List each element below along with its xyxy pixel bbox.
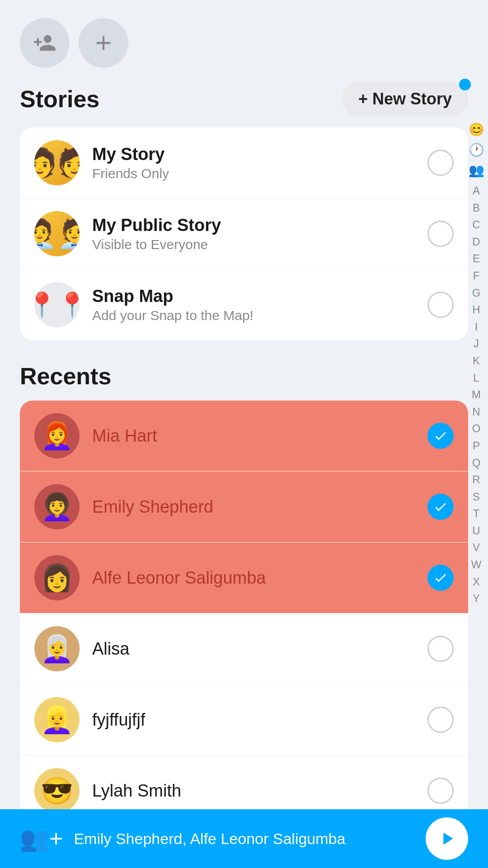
new-story-button[interactable]: + New Story	[342, 81, 468, 117]
avatar-emily-shepherd: 👩‍🦱	[34, 484, 80, 529]
bottom-selected-names: Emily Shepherd, Alfe Leonor Saligumba	[74, 830, 415, 848]
alpha-a[interactable]: A	[473, 183, 480, 198]
alpha-y[interactable]: Y	[473, 591, 480, 606]
stories-header: Stories + New Story	[0, 77, 488, 127]
alpha-r[interactable]: R	[472, 472, 480, 487]
alpha-l[interactable]: L	[473, 370, 479, 386]
story-sub-snap-map: Add your Snap to the Map!	[92, 308, 415, 323]
alpha-e[interactable]: E	[473, 251, 480, 266]
alpha-b[interactable]: B	[473, 200, 480, 216]
story-info-snap-map: Snap Map Add your Snap to the Map!	[92, 287, 415, 323]
alpha-u[interactable]: U	[472, 523, 480, 538]
avatar-alfe-leonor: 👩	[34, 555, 80, 600]
avatar-my-story: 🧑	[34, 140, 80, 185]
add-friend-button[interactable]	[20, 18, 70, 68]
alpha-m[interactable]: M	[472, 387, 481, 402]
alpha-g[interactable]: G	[472, 285, 481, 301]
emoji-icon[interactable]: 😊	[469, 122, 484, 137]
story-name-public: My Public Story	[92, 216, 415, 235]
stories-card: 🧑 My Story Friends Only 🧑‍💼 My Public St…	[20, 127, 468, 340]
story-item-snap-map[interactable]: 📍 Snap Map Add your Snap to the Map!	[20, 269, 468, 340]
story-info-my-story: My Story Friends Only	[92, 145, 415, 181]
avatar-snap-map: 📍	[34, 282, 80, 327]
story-name-my-story: My Story	[92, 145, 415, 164]
check-icon	[433, 429, 448, 443]
recents-title: Recents	[0, 358, 488, 401]
radio-public-story[interactable]	[427, 221, 454, 247]
recent-name-alfe-leonor: Alfe Leonor Saligumba	[92, 568, 415, 588]
alpha-o[interactable]: O	[472, 421, 481, 436]
alpha-f[interactable]: F	[473, 268, 480, 283]
bottom-group-icon: 👥+	[20, 825, 63, 853]
alpha-c[interactable]: C	[472, 217, 480, 232]
recent-item-emily-shepherd[interactable]: 👩‍🦱 Emily Shepherd	[20, 472, 468, 542]
alpha-d[interactable]: D	[472, 234, 480, 250]
add-icon	[92, 31, 115, 55]
recents-icon[interactable]: 🕐	[469, 142, 484, 157]
recent-item-alfe-leonor[interactable]: 👩 Alfe Leonor Saligumba	[20, 542, 468, 613]
radio-my-story[interactable]	[427, 150, 454, 176]
alpha-q[interactable]: Q	[472, 455, 481, 471]
new-story-notification-dot	[459, 79, 471, 90]
groups-icon[interactable]: 👥	[469, 163, 484, 178]
alpha-p[interactable]: P	[473, 438, 480, 453]
stories-title: Stories	[20, 85, 99, 113]
send-icon	[436, 828, 457, 849]
alpha-k[interactable]: K	[473, 353, 480, 368]
add-button[interactable]	[79, 18, 128, 68]
recent-item-mia-hart[interactable]: 👩‍🦰 Mia Hart	[20, 401, 468, 472]
story-sub-my-story: Friends Only	[92, 166, 415, 181]
alpha-v[interactable]: V	[473, 540, 480, 555]
recent-name-mia-hart: Mia Hart	[92, 426, 415, 446]
add-friend-icon	[33, 31, 56, 55]
story-item-my-story[interactable]: 🧑 My Story Friends Only	[20, 127, 468, 198]
uncheck-lylah-smith[interactable]	[427, 778, 454, 804]
recent-item-alisa[interactable]: 👩‍🦳 Alisa	[20, 613, 468, 684]
alpha-i[interactable]: I	[475, 319, 478, 335]
alpha-x[interactable]: X	[473, 574, 480, 590]
send-button[interactable]	[426, 817, 468, 860]
check-mia-hart[interactable]	[427, 423, 454, 449]
story-item-public[interactable]: 🧑‍💼 My Public Story Visible to Everyone	[20, 198, 468, 269]
check-icon	[433, 500, 448, 514]
alphabet-sidebar: 😊 🕐 👥 A B C D E F G H I J K L M N O P Q …	[465, 118, 488, 611]
avatar-public-story: 🧑‍💼	[34, 211, 80, 256]
radio-snap-map[interactable]	[427, 292, 454, 318]
recents-list: 👩‍🦰 Mia Hart 👩‍🦱 Emily Shepherd 👩 Alfe L…	[20, 401, 468, 826]
avatar-lylah-smith: 😎	[34, 768, 80, 813]
recent-name-emily-shepherd: Emily Shepherd	[92, 497, 415, 517]
alpha-n[interactable]: N	[472, 404, 480, 420]
avatar-alisa: 👩‍🦳	[34, 626, 80, 671]
story-sub-public: Visible to Everyone	[92, 237, 415, 252]
bottom-bar: 👥+ Emily Shepherd, Alfe Leonor Saligumba	[0, 809, 488, 868]
uncheck-alisa[interactable]	[427, 636, 454, 662]
check-emily-shepherd[interactable]	[427, 494, 454, 520]
check-icon	[433, 571, 448, 585]
avatar-fyjffujfjf: 👱‍♀️	[34, 697, 80, 742]
alpha-t[interactable]: T	[473, 506, 480, 521]
recent-name-fyjffujfjf: fyjffujfjf	[92, 710, 415, 730]
alpha-h[interactable]: H	[472, 302, 480, 317]
story-info-public: My Public Story Visible to Everyone	[92, 216, 415, 252]
recent-name-alisa: Alisa	[92, 639, 415, 659]
alpha-j[interactable]: J	[474, 336, 479, 351]
recent-name-lylah-smith: Lylah Smith	[92, 781, 415, 801]
alpha-w[interactable]: W	[471, 557, 482, 572]
top-buttons-row	[0, 0, 488, 77]
avatar-mia-hart: 👩‍🦰	[34, 413, 80, 458]
story-name-snap-map: Snap Map	[92, 287, 415, 306]
recent-item-fyjffujfjf[interactable]: 👱‍♀️ fyjffujfjf	[20, 684, 468, 755]
uncheck-fyjffujfjf[interactable]	[427, 707, 454, 733]
alpha-s[interactable]: S	[473, 489, 480, 505]
check-alfe-leonor[interactable]	[427, 565, 454, 591]
